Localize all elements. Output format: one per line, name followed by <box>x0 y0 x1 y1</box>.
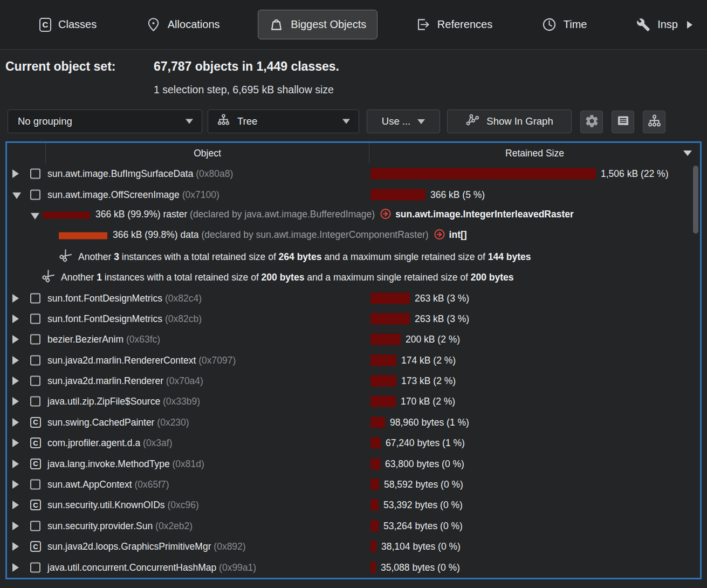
tab-references[interactable]: References <box>404 10 504 39</box>
object-column-label: Object <box>194 148 221 159</box>
reference-row[interactable]: 366 kB (99.9%) raster (declared by java.… <box>7 205 700 225</box>
checkbox[interactable] <box>30 376 40 386</box>
object-label: sun.awt.AppContext (0x65f7) <box>47 479 169 490</box>
outgoing-reference-icon[interactable] <box>380 208 392 222</box>
expand-icon[interactable] <box>12 377 19 385</box>
allocations-icon <box>146 17 161 32</box>
object-label: com.jprofiler.agent.d.a (0x3af) <box>47 437 173 449</box>
vertical-scrollbar[interactable] <box>692 163 699 578</box>
time-icon <box>542 17 557 32</box>
expand-icon[interactable] <box>12 460 19 468</box>
sort-descending-icon <box>683 151 692 156</box>
cutoff-row[interactable]: Another 3 instances with a total retaine… <box>7 247 700 267</box>
expand-icon[interactable] <box>12 501 19 509</box>
object-label: sun.java2d.marlin.RendererContext (0x709… <box>47 354 236 366</box>
collapse-icon[interactable] <box>12 192 21 199</box>
class-icon: C <box>30 500 41 510</box>
table-row[interactable]: Csun.java2d.loops.GraphicsPrimitiveMgr (… <box>7 536 700 557</box>
checkbox[interactable] <box>30 355 40 365</box>
expand-icon[interactable] <box>12 542 19 551</box>
table-row[interactable]: sun.java2d.marlin.Renderer (0x70a4)173 k… <box>7 371 700 391</box>
table-row[interactable]: sun.awt.AppContext (0x65f7)58,592 bytes … <box>7 474 700 495</box>
expand-icon[interactable] <box>12 169 19 178</box>
chevron-down-icon <box>417 119 425 124</box>
expand-icon[interactable] <box>12 480 19 489</box>
tab-time[interactable]: Time <box>531 10 599 39</box>
table-row[interactable]: sun.awt.image.OffScreenImage (0x7100)366… <box>7 184 700 204</box>
collapse-icon[interactable] <box>31 213 39 220</box>
tree-view-button[interactable] <box>643 111 665 133</box>
tab-label: References <box>437 18 492 31</box>
expand-icon[interactable] <box>12 522 19 530</box>
table-row[interactable]: Cjava.lang.invoke.MethodType (0x81d)63,8… <box>7 453 700 474</box>
tab-inspections[interactable]: Insp <box>625 10 704 39</box>
table-row[interactable]: Csun.security.util.KnownOIDs (0xc96)53,3… <box>7 495 700 515</box>
checkbox[interactable] <box>30 293 40 303</box>
reference-row[interactable]: 366 kB (99.8%) data (declared by sun.awt… <box>7 225 700 246</box>
tab-classes[interactable]: Classes <box>28 10 108 39</box>
tab-overflow-chevron-icon[interactable] <box>687 21 692 29</box>
selector-column-header[interactable] <box>7 143 46 163</box>
object-label: bezier.BezierAnim (0x63fc) <box>47 334 160 345</box>
expand-icon[interactable] <box>12 294 19 303</box>
object-label: sun.security.util.KnownOIDs (0xc96) <box>47 500 199 511</box>
table-row[interactable]: sun.font.FontDesignMetrics (0x82c4)263 k… <box>7 288 700 308</box>
checkbox[interactable] <box>30 334 40 345</box>
table-row[interactable]: sun.security.provider.Sun (0x2eb2)53,264… <box>7 516 700 536</box>
document-icon <box>616 114 630 131</box>
table-row[interactable]: Ccom.jprofiler.agent.d.a (0x3af)67,240 b… <box>7 433 700 453</box>
table-row[interactable]: bezier.BezierAnim (0x63fc)200 kB (2 %) <box>7 329 700 350</box>
graph-icon <box>465 113 479 130</box>
outgoing-reference-icon[interactable] <box>434 229 445 243</box>
table-row[interactable]: sun.java2d.marlin.RendererContext (0x709… <box>7 350 700 371</box>
checkbox[interactable] <box>30 189 40 200</box>
table-row[interactable]: Csun.swing.CachedPainter (0x230)98,960 b… <box>7 412 700 433</box>
object-label: sun.awt.image.BufImgSurfaceData (0x80a8) <box>47 168 233 180</box>
tab-biggest-objects[interactable]: Biggest Objects <box>258 10 377 39</box>
object-label: sun.java2d.loops.GraphicsPrimitiveMgr (0… <box>47 541 246 552</box>
retained-size-value: 200 kB (2 %) <box>406 334 460 345</box>
expand-icon[interactable] <box>12 397 19 406</box>
retained-size-column-header[interactable]: Retained Size <box>369 143 700 163</box>
show-in-graph-button[interactable]: Show In Graph <box>447 110 572 133</box>
checkbox[interactable] <box>30 169 40 179</box>
references-icon <box>416 17 430 32</box>
settings-button[interactable] <box>580 111 603 133</box>
object-column-header[interactable]: Object <box>46 143 369 163</box>
checkbox[interactable] <box>30 521 40 531</box>
expand-icon[interactable] <box>12 335 19 344</box>
view-mode-dropdown[interactable]: Tree <box>208 110 359 133</box>
jprofiler-window: Classes Allocations Biggest Objects Refe… <box>0 0 707 588</box>
cutoff-row[interactable]: Another 1 instances with a total retaine… <box>7 267 700 288</box>
retained-size-value: 263 kB (3 %) <box>415 313 469 324</box>
tab-allocations[interactable]: Allocations <box>135 10 231 39</box>
checkbox[interactable] <box>30 313 40 324</box>
retained-size-bar <box>370 458 380 469</box>
retained-size-value: 1,506 kB (22 %) <box>601 168 668 180</box>
retained-size-value: 35,088 bytes (0 %) <box>381 562 460 573</box>
table-row[interactable]: sun.awt.image.BufImgSurfaceData (0x80a8)… <box>7 163 700 184</box>
scrollbar-thumb[interactable] <box>693 166 698 234</box>
gear-icon <box>585 114 599 131</box>
table-row[interactable]: sun.font.FontDesignMetrics (0x82cb)263 k… <box>7 309 700 329</box>
use-button[interactable]: Use ... <box>367 110 440 133</box>
table-row[interactable]: java.util.concurrent.ConcurrentHashMap (… <box>7 557 700 577</box>
object-label: sun.java2d.marlin.Renderer (0x70a4) <box>47 375 203 387</box>
use-button-label: Use ... <box>382 115 410 127</box>
retained-size-value: 58,592 bytes (0 %) <box>384 479 463 490</box>
retained-size-bar <box>370 520 379 531</box>
class-icon: C <box>30 541 41 552</box>
checkbox[interactable] <box>30 396 40 407</box>
notes-button[interactable] <box>612 111 634 133</box>
checkbox[interactable] <box>30 562 40 572</box>
grouping-dropdown[interactable]: No grouping <box>8 110 202 133</box>
expand-icon[interactable] <box>12 418 19 427</box>
expand-icon[interactable] <box>12 314 19 323</box>
expand-icon[interactable] <box>12 356 19 365</box>
table-rows: sun.awt.image.BufImgSurfaceData (0x80a8)… <box>7 163 700 578</box>
checkbox[interactable] <box>30 480 40 490</box>
retained-size-bar <box>370 541 376 552</box>
expand-icon[interactable] <box>12 439 19 447</box>
expand-icon[interactable] <box>12 563 19 572</box>
table-row[interactable]: java.util.zip.ZipFile$Source (0x33b9)170… <box>7 391 700 412</box>
